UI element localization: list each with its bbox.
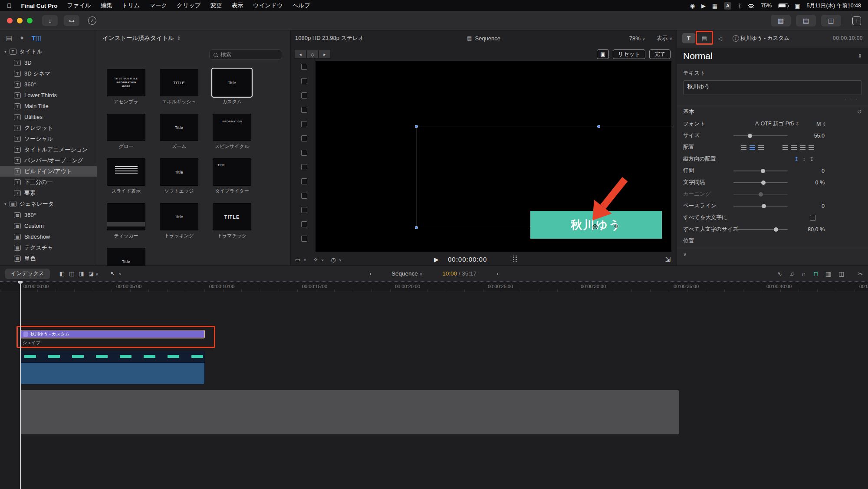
skimming-icon[interactable]: ∿ — [777, 270, 783, 277]
menu-item[interactable]: マーク — [149, 2, 167, 10]
bbox-handle-bottom-left[interactable] — [415, 226, 418, 229]
timeline-body[interactable]: 秋川ゆう - カスタム シェイプ — [0, 292, 868, 489]
audio-meters-icon[interactable] — [513, 256, 517, 263]
title-thumbnail[interactable]: Title — [160, 114, 198, 141]
snapping-icon[interactable]: ⊓ — [813, 270, 818, 277]
input-source-indicator[interactable]: A — [724, 2, 731, 10]
menu-item[interactable]: ファイル — [67, 2, 91, 10]
timeline-media-clip[interactable] — [20, 351, 205, 384]
clip-appearance-icon[interactable]: ▥ — [825, 270, 831, 277]
sidebar-section-header[interactable]: ▾Tタイトル — [0, 46, 97, 57]
title-thumbnail[interactable]: TITLE — [213, 203, 251, 230]
title-thumbnail[interactable]: Title — [213, 69, 251, 96]
baseline-slider[interactable] — [733, 206, 788, 207]
effects-view-icon[interactable]: ◫ — [838, 270, 844, 277]
sidebar-item-タイトルアニメーション[interactable]: Tタイトルアニメーション — [0, 144, 97, 155]
reset-button[interactable]: リセット — [613, 49, 645, 59]
justify-full-icon[interactable] — [809, 145, 814, 150]
toggle-timeline-button[interactable]: ▤ — [796, 15, 816, 26]
justify-right-icon[interactable] — [800, 145, 806, 150]
title-thumbnail[interactable]: Title — [160, 203, 198, 230]
viewer-checkbox[interactable] — [301, 221, 307, 227]
viewer-checkbox[interactable] — [301, 121, 307, 127]
viewer-checkbox[interactable] — [301, 135, 307, 141]
overwrite-clip-button[interactable]: ◪∨ — [89, 270, 99, 277]
sidebar-item-Lower Thirds[interactable]: TLower Thirds — [0, 90, 97, 101]
sidebar-item-Main Title[interactable]: TMain Title — [0, 101, 97, 112]
battery-icon[interactable] — [778, 3, 788, 8]
viewer-checkbox[interactable] — [301, 193, 307, 199]
title-thumbnail[interactable]: TITLE SUBTITLE INFORMATION MORE — [107, 69, 145, 96]
sidebar-item-クレジット[interactable]: Tクレジット — [0, 122, 97, 133]
title-thumbnail[interactable]: TITLE — [160, 69, 198, 96]
connect-clip-button[interactable]: ◧ — [59, 270, 65, 277]
app-menu[interactable]: Final Cut Pro — [21, 3, 58, 9]
text-style-dropdown[interactable]: Normal ⇕ — [677, 48, 868, 64]
title-thumbnail[interactable]: INFORMATION — [213, 114, 251, 141]
display-status-icon[interactable]: ▦ — [712, 3, 717, 9]
font-weight-dropdown[interactable]: M ⇕ — [816, 121, 826, 127]
media-sidebar-icon[interactable]: ▤ — [6, 34, 12, 42]
viewer-view-menu[interactable]: 表示∨ — [656, 34, 672, 42]
import-media-button[interactable]: ↓ — [42, 15, 58, 26]
viewer-checkbox[interactable] — [301, 207, 307, 213]
reset-section-icon[interactable]: ↺ — [857, 108, 862, 115]
play-button[interactable]: ▶ — [434, 256, 439, 263]
play-status-icon[interactable]: ▶ — [701, 3, 706, 9]
prev-keyframe-button[interactable]: ◂ — [294, 50, 306, 59]
disclosure-triangle-icon[interactable]: ▾ — [4, 49, 7, 54]
share-button[interactable]: ↑ — [852, 16, 861, 25]
transform-crop-button[interactable]: ▭∨ — [295, 256, 306, 263]
prev-sequence-button[interactable]: ‹ — [369, 270, 372, 277]
viewer-checkbox[interactable] — [301, 164, 307, 170]
font-dropdown[interactable]: A-OTF 新ゴ Pr5 ⇕ — [755, 120, 799, 128]
effects-wand-button[interactable]: ✧∨ — [313, 256, 324, 263]
align-right-icon[interactable] — [758, 145, 764, 150]
sidebar-section-header[interactable]: ▾▦ジェネレータ — [0, 198, 97, 210]
sidebar-item-360°[interactable]: T360° — [0, 79, 97, 90]
search-input[interactable]: 検索 — [209, 49, 282, 60]
resize-dots-icon[interactable]: · · · — [683, 95, 862, 102]
viewer-checkbox[interactable] — [301, 178, 307, 184]
sidebar-item-Slideshow[interactable]: ▦Slideshow — [0, 231, 97, 242]
justify-left-icon[interactable] — [783, 145, 788, 150]
tracking-slider[interactable] — [733, 182, 788, 183]
photos-audio-sidebar-icon[interactable]: ✦ — [19, 34, 25, 42]
viewer-timecode[interactable]: 00:00:00:00 — [448, 256, 487, 263]
sidebar-item-3D シネマ[interactable]: T3D シネマ — [0, 68, 97, 79]
sidebar-item-下三分の一[interactable]: T下三分の一 — [0, 177, 97, 187]
title-text-field[interactable]: 秋川ゆう — [683, 80, 862, 95]
title-thumbnail[interactable]: Title — [107, 248, 145, 266]
installed-titles-dropdown[interactable]: インストール済みタイトル — [102, 34, 174, 42]
viewer-checkbox[interactable] — [301, 107, 307, 113]
viewer-checkbox[interactable] — [301, 64, 307, 70]
viewer-zoom-menu[interactable]: 78%∨ — [629, 35, 645, 42]
valign-top-icon[interactable]: ↥ — [794, 156, 799, 162]
titles-generators-sidebar-icon[interactable]: T◫ — [32, 34, 42, 42]
toggle-browser-button[interactable]: ▦ — [771, 15, 791, 26]
menu-item[interactable]: 表示 — [232, 2, 243, 10]
menu-item[interactable]: トリム — [122, 2, 140, 10]
all-caps-size-value[interactable]: 80.0 % — [785, 226, 825, 233]
valign-middle-icon[interactable]: ↕ — [803, 156, 806, 162]
sidebar-item-ソーシャル[interactable]: Tソーシャル — [0, 133, 97, 144]
sidebar-item-バンパー/オープニング[interactable]: Tバンパー/オープニング — [0, 155, 97, 166]
audio-skimming-icon[interactable]: ♫ — [789, 270, 794, 277]
all-caps-checkbox[interactable] — [810, 215, 816, 221]
next-keyframe-button[interactable]: ▸ — [319, 50, 331, 59]
solo-icon[interactable]: ∩ — [802, 270, 806, 277]
viewer-checkbox[interactable] — [301, 92, 307, 98]
size-slider[interactable] — [733, 135, 788, 136]
align-center-icon[interactable] — [750, 145, 755, 150]
title-thumbnail[interactable] — [107, 203, 145, 230]
justify-center-icon[interactable] — [791, 145, 797, 150]
sidebar-item-テクスチャ[interactable]: ▦テクスチャ — [0, 242, 97, 253]
bluetooth-icon[interactable]: ᛒ — [738, 3, 741, 9]
blade-icon[interactable]: ✂ — [858, 270, 863, 277]
timeline-ruler[interactable]: 00:00:00:0000:00:05:0000:00:10:0000:00:1… — [0, 281, 868, 292]
align-left-icon[interactable] — [741, 145, 746, 150]
background-tasks-button[interactable]: ✓ — [88, 16, 96, 25]
keyword-editor-button[interactable]: ⊶ — [64, 15, 79, 26]
tracking-value[interactable]: 0 % — [785, 180, 825, 186]
append-clip-button[interactable]: ◨ — [79, 270, 84, 277]
